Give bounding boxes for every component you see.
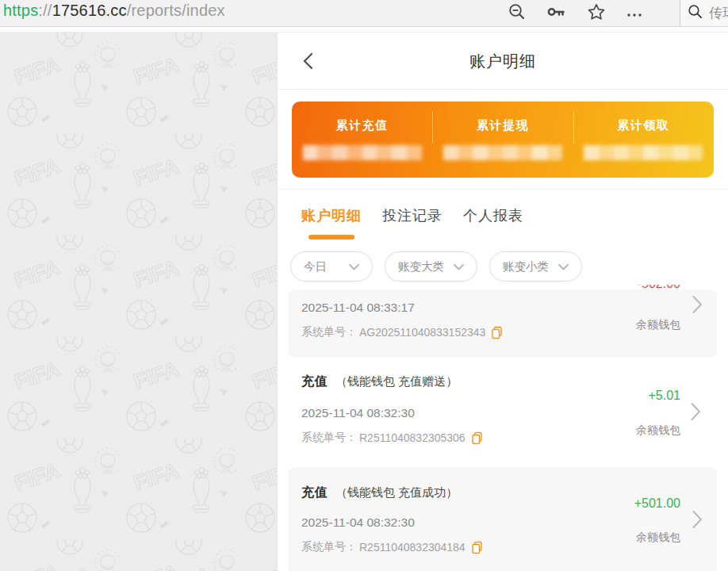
chevron-right-icon[interactable] — [691, 401, 701, 422]
filter-date-dropdown[interactable]: 今日 — [290, 251, 373, 282]
tab-personal-report[interactable]: 个人报表 — [463, 206, 523, 243]
search-icon — [688, 4, 703, 22]
copy-icon[interactable] — [471, 431, 483, 445]
filter-major-type-dropdown[interactable]: 账变大类 — [385, 251, 477, 282]
transaction-time: 2025-11-04 08:32:30 — [301, 515, 609, 530]
summary-col-recharge: 累计充值 — [292, 102, 432, 178]
summary-divider — [432, 112, 433, 144]
star-icon[interactable] — [588, 3, 605, 24]
filter-label: 账变大类 — [398, 259, 444, 274]
url-scheme: https — [3, 2, 38, 19]
transaction-title: 充值（钱能钱包 充值赠送） — [301, 374, 609, 390]
transaction-time: 2025-11-04 08:32:30 — [301, 406, 609, 420]
transaction-row[interactable]: -502.00 2025-11-04 08:33:17 系统单号：AG20251… — [289, 289, 717, 358]
summary-col-withdraw: 累计提现 — [432, 102, 573, 178]
copy-icon[interactable] — [471, 541, 483, 554]
order-number: R2511040832305306 — [359, 431, 466, 444]
summary-card: 累计充值 累计提现 累计领取 — [292, 102, 714, 178]
key-icon[interactable] — [547, 4, 566, 23]
order-number: AG202511040833152343 — [359, 326, 485, 339]
page: FIFA FIFA — [0, 27, 728, 571]
toolbar-icons — [508, 4, 642, 23]
transaction-amount: +501.00 — [634, 496, 680, 511]
transaction-amount: +5.01 — [649, 389, 680, 403]
url-separator: :// — [38, 2, 52, 19]
order-number: R2511040832304184 — [359, 541, 466, 554]
transaction-title: 充值（钱能钱包 充值成功） — [301, 485, 609, 501]
summary-section: 累计充值 累计提现 累计领取 — [278, 90, 728, 190]
order-label: 系统单号： — [301, 540, 357, 554]
transaction-order: 系统单号：R2511040832304184 — [301, 540, 609, 554]
blurred-value — [443, 145, 562, 160]
tab-bar: 账户明细 投注记录 个人报表 — [278, 190, 728, 243]
wallet-label: 余额钱包 — [636, 318, 680, 332]
url-path: /reports/index — [127, 2, 225, 19]
chevron-down-icon — [349, 264, 359, 270]
tab-bet-records[interactable]: 投注记录 — [382, 206, 443, 243]
page-title: 账户明细 — [278, 33, 728, 90]
zoom-out-icon[interactable] — [508, 3, 526, 24]
transaction-row[interactable]: 充值（钱能钱包 充值成功） 2025-11-04 08:32:30 系统单号：R… — [289, 467, 717, 571]
summary-col-claim: 累计领取 — [573, 102, 714, 178]
side-search-box[interactable]: 传球 — [680, 0, 728, 26]
filter-minor-type-dropdown[interactable]: 账变小类 — [489, 251, 582, 282]
address-bar[interactable]: https://175616.cc/reports/index — [3, 2, 225, 20]
chevron-down-icon — [558, 264, 569, 270]
order-label: 系统单号： — [301, 325, 357, 339]
transaction-list[interactable]: -502.00 2025-11-04 08:33:17 系统单号：AG20251… — [278, 285, 728, 571]
back-button[interactable] — [303, 52, 313, 73]
transaction-amount: -502.00 — [638, 285, 680, 291]
tab-label: 投注记录 — [382, 208, 443, 224]
tab-account-detail[interactable]: 账户明细 — [301, 206, 362, 243]
summary-label: 累计充值 — [292, 118, 432, 133]
transaction-order: 系统单号：R2511040832305306 — [301, 431, 609, 445]
chevron-right-icon[interactable] — [692, 509, 703, 530]
more-icon[interactable] — [626, 6, 642, 21]
url-host: 175616.cc — [52, 2, 127, 19]
filter-label: 今日 — [304, 259, 327, 274]
order-label: 系统单号： — [301, 431, 357, 445]
wallet-label: 余额钱包 — [636, 423, 680, 438]
active-tab-underline — [308, 235, 354, 240]
transaction-time: 2025-11-04 08:33:17 — [301, 301, 717, 315]
tab-label: 个人报表 — [463, 208, 523, 224]
summary-label: 累计提现 — [432, 118, 573, 133]
browser-topbar: https://175616.cc/reports/index 传球 — [0, 0, 728, 27]
copy-icon[interactable] — [491, 326, 503, 339]
transaction-row[interactable]: 充值（钱能钱包 充值赠送） 2025-11-04 08:32:30 系统单号：R… — [278, 358, 728, 466]
chevron-down-icon — [454, 264, 464, 270]
filter-label: 账变小类 — [503, 259, 549, 274]
chevron-right-icon[interactable] — [692, 294, 703, 315]
tab-label: 账户明细 — [301, 208, 362, 224]
blurred-value — [584, 145, 703, 160]
filter-bar: 今日 账变大类 账变小类 — [278, 243, 728, 285]
search-text: 传球 — [709, 4, 728, 22]
summary-divider — [573, 112, 574, 144]
account-detail-panel: 账户明细 累计充值 累计提现 累计领取 — [278, 33, 728, 571]
fifa-watermark-background: FIFA FIFA — [0, 33, 278, 571]
blurred-value — [303, 145, 422, 160]
wallet-label: 余额钱包 — [636, 531, 680, 545]
panel-header: 账户明细 — [278, 33, 728, 90]
summary-label: 累计领取 — [573, 118, 714, 133]
